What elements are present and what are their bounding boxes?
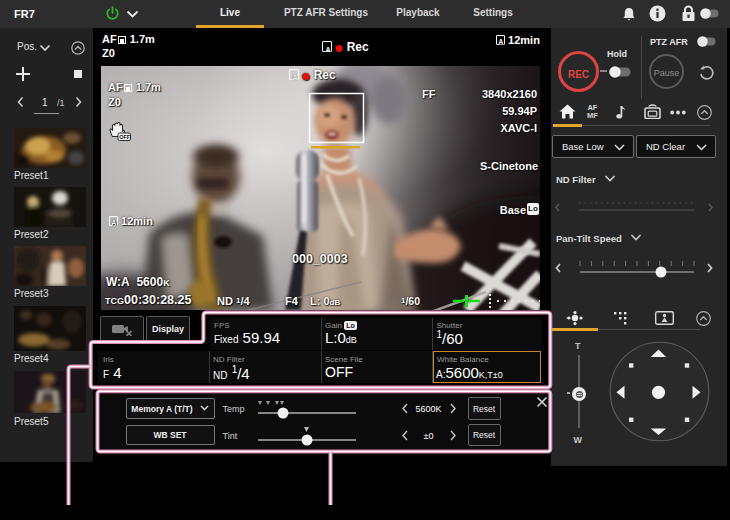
svg-text:OFF: OFF: [119, 134, 131, 140]
